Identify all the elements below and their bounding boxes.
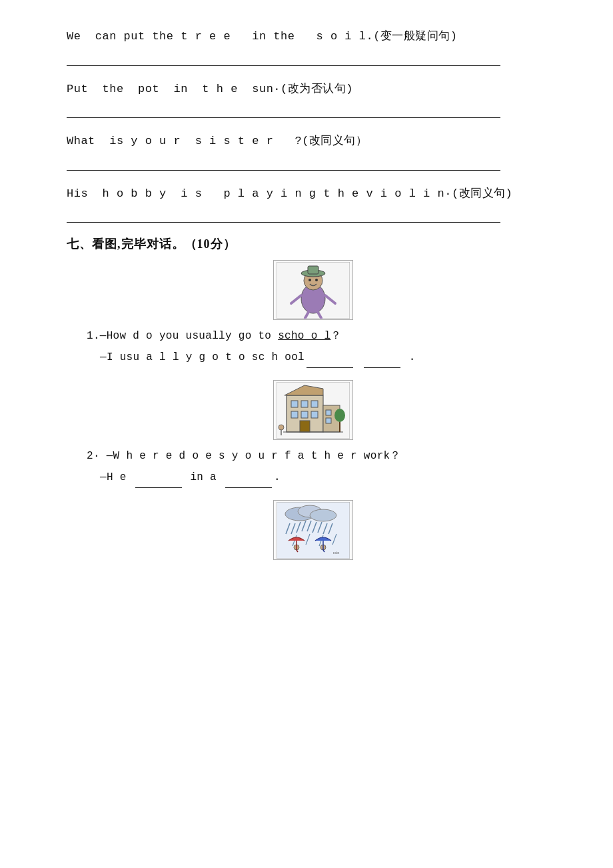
rain-illustration: rain bbox=[277, 502, 350, 559]
question-7-text: We can put the t r e e in the s o i l.(变… bbox=[67, 27, 560, 47]
svg-rect-18 bbox=[301, 411, 308, 418]
dialog-image-2-container bbox=[67, 380, 560, 440]
svg-rect-4 bbox=[308, 266, 318, 274]
question-9: What is y o u r s i s t e r ?(改同义句） bbox=[67, 131, 560, 171]
svg-point-26 bbox=[334, 409, 345, 422]
question-9-text: What is y o u r s i s t e r ?(改同义句） bbox=[67, 131, 560, 152]
section-7-header: 七、看图,完毕对话。（10分） bbox=[67, 236, 560, 252]
dialog-1-question: 1.—How d o you usually go to scho o l？ bbox=[87, 325, 560, 347]
dialog-1-blank-2 bbox=[364, 356, 400, 368]
dialog-1-blank-1 bbox=[306, 356, 353, 368]
dialog-2-blank-2 bbox=[225, 476, 272, 488]
svg-rect-14 bbox=[291, 401, 298, 407]
answer-line-7 bbox=[67, 53, 500, 66]
dialog-item-1: 1.—How d o you usually go to scho o l？ —… bbox=[67, 260, 560, 368]
dialog-image-1-container bbox=[67, 260, 560, 320]
svg-rect-20 bbox=[300, 421, 310, 432]
dialog-image-1 bbox=[273, 260, 353, 320]
svg-rect-15 bbox=[301, 401, 308, 407]
question-10-text: His h o b b y i s p l a y i n g t h e v … bbox=[67, 184, 560, 205]
svg-point-27 bbox=[279, 425, 284, 430]
answer-line-9 bbox=[67, 157, 500, 171]
svg-rect-16 bbox=[311, 401, 318, 407]
dialog-image-3-container: rain bbox=[67, 500, 560, 560]
svg-rect-23 bbox=[326, 418, 331, 423]
question-7: We can put the t r e e in the s o i l.(变… bbox=[67, 27, 560, 66]
dialog-2-answer: —H e in a . bbox=[100, 467, 560, 488]
svg-point-6 bbox=[315, 279, 318, 281]
dialog-2-question: 2· —W h e r e d o e s y o u r f a t h e … bbox=[87, 445, 560, 467]
dialog-2-blank-1 bbox=[135, 476, 182, 488]
dialog-image-3: rain bbox=[273, 500, 353, 560]
dialog-item-2: 2· —W h e r e d o e s y o u r f a t h e … bbox=[67, 380, 560, 488]
svg-point-32 bbox=[310, 509, 336, 521]
question-8-text: Put the pot in t h e sun·(改为否认句) bbox=[67, 79, 560, 100]
character-illustration bbox=[277, 262, 350, 319]
svg-rect-22 bbox=[326, 410, 331, 415]
building-illustration bbox=[277, 382, 350, 439]
dialog-image-2 bbox=[273, 380, 353, 440]
dialog-section: 1.—How d o you usually go to scho o l？ —… bbox=[67, 260, 560, 560]
answer-line-8 bbox=[67, 105, 500, 118]
svg-rect-19 bbox=[311, 411, 318, 418]
dialog-1-answer: —I usu a l l y g o t o sc h ool . bbox=[100, 347, 560, 368]
question-10: His h o b b y i s p l a y i n g t h e v … bbox=[67, 184, 560, 223]
answer-line-10 bbox=[67, 209, 500, 223]
question-8: Put the pot in t h e sun·(改为否认句) bbox=[67, 79, 560, 119]
svg-point-5 bbox=[308, 279, 311, 281]
svg-text:rain: rain bbox=[333, 551, 339, 555]
svg-rect-17 bbox=[291, 411, 298, 418]
dialog-item-3-image: rain bbox=[67, 500, 560, 560]
